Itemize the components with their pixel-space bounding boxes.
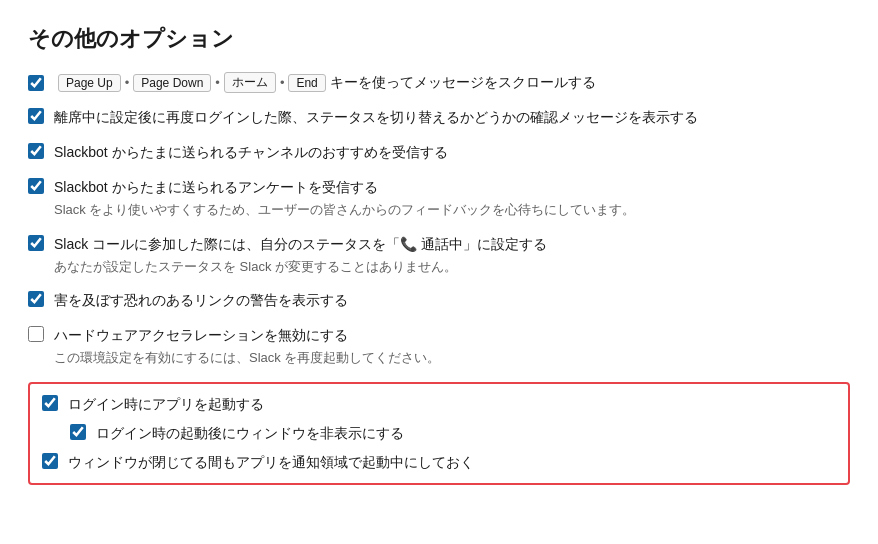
harmful-links-checkbox[interactable] — [28, 291, 44, 307]
hw-acceleration-option: ハードウェアアクセラレーションを無効にする この環境設定を有効にするには、Sla… — [28, 325, 850, 368]
scroll-keys-label: キーを使ってメッセージをスクロールする — [330, 74, 596, 92]
slackbot-survey-checkbox[interactable] — [28, 178, 44, 194]
slackbot-survey-option: Slackbot からたまに送られるアンケートを受信する Slack をより使い… — [28, 177, 850, 220]
slack-call-label: Slack コールに参加した際には、自分のステータスを「📞 通話中」に設定する — [54, 234, 547, 255]
phone-icon: 📞 — [400, 236, 417, 252]
launch-on-login-label: ログイン時にアプリを起動する — [68, 394, 264, 415]
hide-on-launch-label: ログイン時の起動後にウィンドウを非表示にする — [96, 423, 404, 444]
hw-acceleration-sublabel: この環境設定を有効にするには、Slack を再度起動してください。 — [54, 348, 440, 368]
keep-in-tray-label: ウィンドウが閉じてる間もアプリを通知領域で起動中にしておく — [68, 452, 474, 473]
slackbot-channel-option: Slackbot からたまに送られるチャンネルのおすすめを受信する — [28, 142, 850, 163]
hide-on-launch-option: ログイン時の起動後にウィンドウを非表示にする — [70, 423, 836, 444]
pagedown-key: Page Down — [133, 74, 211, 92]
keep-in-tray-option: ウィンドウが閉じてる間もアプリを通知領域で起動中にしておく — [42, 452, 836, 473]
scroll-keys-option: Page Up • Page Down • ホーム • End キーを使ってメッ… — [28, 72, 850, 93]
end-key: End — [288, 74, 325, 92]
page-title: その他のオプション — [28, 24, 850, 54]
slackbot-survey-label: Slackbot からたまに送られるアンケートを受信する — [54, 177, 635, 198]
keep-in-tray-checkbox[interactable] — [42, 453, 58, 469]
pageup-key: Page Up — [58, 74, 121, 92]
relogin-status-option: 離席中に設定後に再度ログインした際、ステータスを切り替えるかどうかの確認メッセー… — [28, 107, 850, 128]
slackbot-channel-label: Slackbot からたまに送られるチャンネルのおすすめを受信する — [54, 142, 448, 163]
harmful-links-option: 害を及ぼす恐れのあるリンクの警告を表示する — [28, 290, 850, 311]
highlight-box: ログイン時にアプリを起動する ログイン時の起動後にウィンドウを非表示にする ウィ… — [28, 382, 850, 485]
slack-call-checkbox[interactable] — [28, 235, 44, 251]
harmful-links-label: 害を及ぼす恐れのあるリンクの警告を表示する — [54, 290, 348, 311]
home-key: ホーム — [224, 72, 276, 93]
hide-on-launch-checkbox[interactable] — [70, 424, 86, 440]
hw-acceleration-checkbox[interactable] — [28, 326, 44, 342]
relogin-status-checkbox[interactable] — [28, 108, 44, 124]
slackbot-survey-sublabel: Slack をより使いやすくするため、ユーザーの皆さんからのフィードバックを心待… — [54, 200, 635, 220]
relogin-status-label: 離席中に設定後に再度ログインした際、ステータスを切り替えるかどうかの確認メッセー… — [54, 107, 698, 128]
hw-acceleration-label: ハードウェアアクセラレーションを無効にする — [54, 325, 440, 346]
slack-call-sublabel: あなたが設定したステータスを Slack が変更することはありません。 — [54, 257, 547, 277]
slackbot-channel-checkbox[interactable] — [28, 143, 44, 159]
launch-on-login-option: ログイン時にアプリを起動する — [42, 394, 836, 415]
slack-call-option: Slack コールに参加した際には、自分のステータスを「📞 通話中」に設定する … — [28, 234, 850, 277]
launch-on-login-checkbox[interactable] — [42, 395, 58, 411]
scroll-keys-checkbox[interactable] — [28, 75, 44, 91]
